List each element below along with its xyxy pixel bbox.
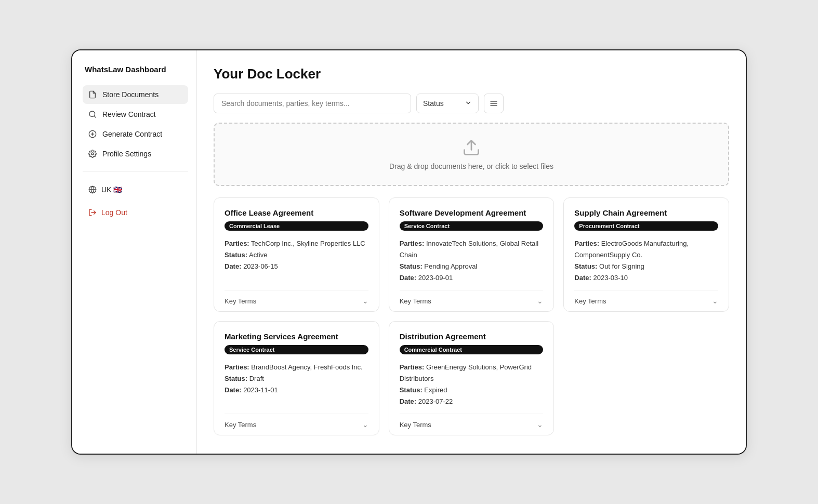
toolbar: Status <box>214 94 729 113</box>
key-terms-toggle[interactable]: Key Terms ⌄ <box>225 290 368 311</box>
locale-row[interactable]: UK 🇬🇧 <box>83 180 188 199</box>
card-title: Marketing Services Agreement <box>225 332 368 341</box>
logout-label: Log Out <box>101 208 127 217</box>
card-title: Distribution Agreement <box>400 332 544 341</box>
upload-label: Drag & drop documents here, or click to … <box>389 162 553 170</box>
logout-icon <box>88 208 97 217</box>
globe-icon <box>88 185 97 194</box>
upload-icon <box>462 138 481 157</box>
contract-card: Software Development Agreement Service C… <box>389 197 555 312</box>
sidebar-item-generate-contract[interactable]: Generate Contract <box>83 125 188 143</box>
sidebar-divider <box>83 171 188 172</box>
svg-point-5 <box>91 153 94 155</box>
sidebar: WhatsLaw Dashboard Store Documents Revie… <box>72 50 197 454</box>
gear-icon <box>88 149 97 158</box>
card-meta: Parties: TechCorp Inc., Skyline Properti… <box>225 238 368 272</box>
chevron-down-icon: ⌄ <box>537 297 543 305</box>
card-badge: Procurement Contract <box>574 221 718 231</box>
card-badge: Service Contract <box>400 221 544 231</box>
card-title: Supply Chain Agreement <box>574 208 718 217</box>
sidebar-item-label: Generate Contract <box>102 130 162 138</box>
logout-row[interactable]: Log Out <box>83 203 188 222</box>
chevron-down-icon: ⌄ <box>712 297 718 305</box>
contract-card: Distribution Agreement Commercial Contra… <box>389 321 555 435</box>
list-view-button[interactable] <box>484 94 504 113</box>
search-input[interactable] <box>214 94 411 113</box>
sidebar-item-profile-settings[interactable]: Profile Settings <box>83 144 188 163</box>
card-badge: Commercial Lease <box>225 221 368 231</box>
document-icon <box>88 90 97 99</box>
chevron-down-icon: ⌄ <box>362 297 368 305</box>
svg-line-1 <box>94 116 96 117</box>
contract-card: Supply Chain Agreement Procurement Contr… <box>563 197 729 312</box>
contracts-grid: Office Lease Agreement Commercial Lease … <box>214 197 729 435</box>
card-badge: Commercial Contract <box>400 345 544 354</box>
status-dropdown[interactable]: Status <box>416 94 479 113</box>
key-terms-toggle[interactable]: Key Terms ⌄ <box>400 414 544 435</box>
key-terms-toggle[interactable]: Key Terms ⌄ <box>225 414 368 435</box>
key-terms-toggle[interactable]: Key Terms ⌄ <box>574 290 718 311</box>
main-content: Your Doc Locker Status <box>197 50 746 454</box>
sidebar-item-review-contract[interactable]: Review Contract <box>83 105 188 124</box>
locale-label: UK 🇬🇧 <box>101 185 122 194</box>
sidebar-item-label: Store Documents <box>102 90 159 99</box>
card-title: Software Development Agreement <box>400 208 544 217</box>
key-terms-toggle[interactable]: Key Terms ⌄ <box>400 290 544 311</box>
card-meta: Parties: ElectroGoods Manufacturing, Com… <box>574 238 718 284</box>
chevron-down-icon <box>465 99 472 108</box>
circle-plus-icon <box>88 129 97 139</box>
sidebar-item-label: Review Contract <box>102 110 156 118</box>
sidebar-nav: Store Documents Review Contract Generate… <box>83 85 188 443</box>
sidebar-item-store-documents[interactable]: Store Documents <box>83 85 188 104</box>
sidebar-item-label: Profile Settings <box>102 150 151 158</box>
contract-card: Marketing Services Agreement Service Con… <box>214 321 379 435</box>
sidebar-title: WhatsLaw Dashboard <box>83 65 188 74</box>
upload-zone[interactable]: Drag & drop documents here, or click to … <box>214 123 729 186</box>
app-container: WhatsLaw Dashboard Store Documents Revie… <box>71 49 747 455</box>
card-meta: Parties: GreenEnergy Solutions, PowerGri… <box>400 362 544 407</box>
card-meta: Parties: BrandBoost Agency, FreshFoods I… <box>225 362 368 396</box>
card-title: Office Lease Agreement <box>225 208 368 217</box>
contract-card: Office Lease Agreement Commercial Lease … <box>214 197 379 312</box>
page-title: Your Doc Locker <box>214 66 729 82</box>
search-icon <box>88 110 97 119</box>
chevron-down-icon: ⌄ <box>537 420 543 429</box>
chevron-down-icon: ⌄ <box>362 420 368 429</box>
card-badge: Service Contract <box>225 345 368 354</box>
card-meta: Parties: InnovateTech Solutions, Global … <box>400 238 544 284</box>
status-label: Status <box>423 99 444 108</box>
